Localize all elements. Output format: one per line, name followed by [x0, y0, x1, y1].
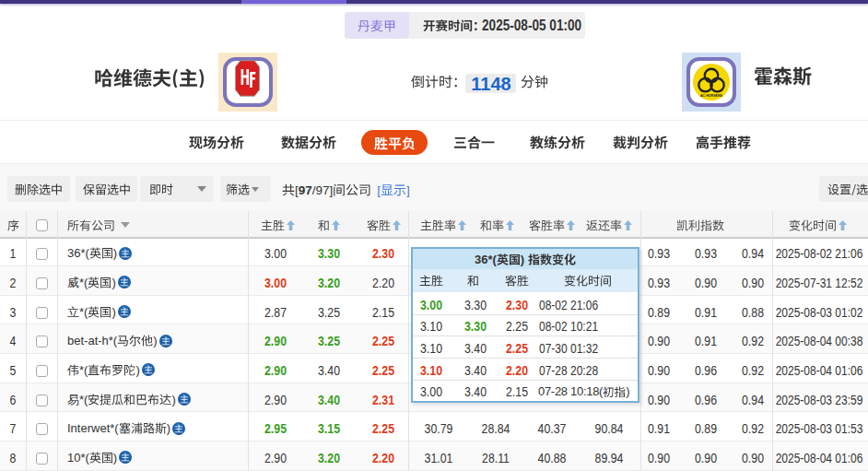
svg-text:AC HORSENS: AC HORSENS: [700, 94, 723, 98]
